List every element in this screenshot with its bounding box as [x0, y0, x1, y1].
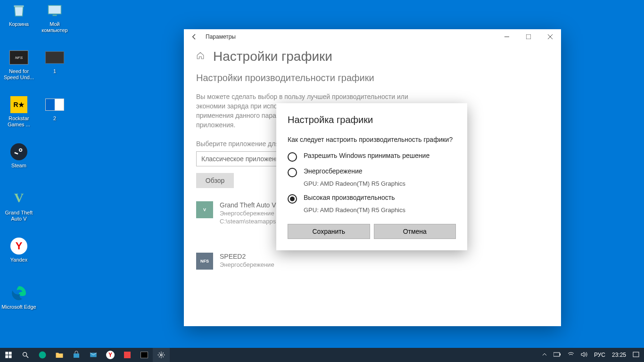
- gtav-app-icon: V: [196, 201, 213, 218]
- taskbar-store[interactable]: [68, 348, 85, 362]
- svg-rect-15: [553, 353, 560, 356]
- folder-icon: [45, 48, 64, 67]
- page-title: Настройки графики: [213, 49, 332, 64]
- svg-rect-1: [53, 15, 57, 16]
- taskbar-cmd[interactable]: [136, 348, 153, 362]
- desktop-icon-rockstar[interactable]: R★ Rockstar Games ...: [1, 95, 37, 128]
- titlebar: Параметры: [184, 29, 561, 44]
- desktop-icon-recycle[interactable]: Корзина: [1, 1, 37, 27]
- desktop-icon-nfs[interactable]: NFS Need for Speed Und...: [1, 48, 37, 81]
- search-button[interactable]: [17, 348, 34, 362]
- home-icon[interactable]: [196, 51, 205, 62]
- dialog-question: Как следует настроить производительность…: [288, 136, 456, 143]
- minimize-button[interactable]: [496, 29, 518, 44]
- svg-rect-7: [9, 352, 12, 354]
- dialog-title: Настройка графики: [288, 115, 456, 125]
- close-button[interactable]: [539, 29, 561, 44]
- desktop-icon-folder2[interactable]: 2: [37, 95, 73, 122]
- section-title: Настройки производительности графики: [196, 73, 549, 83]
- start-button[interactable]: [0, 348, 17, 362]
- taskbar-mail[interactable]: [85, 348, 102, 362]
- save-button[interactable]: Сохранить: [288, 224, 370, 239]
- maximize-button[interactable]: [518, 29, 539, 44]
- radio-option-windows-decide[interactable]: Разрешить Windows принимать решение: [288, 152, 456, 162]
- desktop-icon-steam[interactable]: Steam: [1, 142, 37, 169]
- yandex-icon: Y: [9, 237, 28, 255]
- nfs-icon: NFS: [9, 48, 28, 67]
- nfs-app-icon: NFS: [196, 253, 213, 270]
- svg-rect-0: [49, 6, 61, 14]
- svg-rect-8: [5, 355, 8, 358]
- gtav-icon: V: [9, 189, 28, 208]
- radio-icon: [288, 194, 297, 204]
- computer-icon: [45, 1, 64, 20]
- system-tray: РУС 23:25: [542, 352, 644, 359]
- svg-line-11: [26, 356, 28, 358]
- radio-icon: [288, 168, 297, 177]
- svg-point-3: [20, 149, 22, 151]
- gpu-label: GPU: AMD Radeon(TM) R5 Graphics: [304, 180, 456, 187]
- svg-point-10: [23, 353, 27, 356]
- language-indicator[interactable]: РУС: [594, 352, 605, 358]
- graphics-dialog: Настройка графики Как следует настроить …: [276, 103, 467, 250]
- cancel-button[interactable]: Отмена: [374, 224, 456, 239]
- svg-rect-5: [526, 34, 531, 39]
- recycle-bin-icon: [9, 1, 28, 20]
- taskbar-app1[interactable]: [119, 348, 136, 362]
- svg-rect-6: [5, 352, 8, 354]
- browse-button[interactable]: Обзор: [196, 173, 234, 188]
- back-button[interactable]: [188, 30, 201, 43]
- desktop-icon-folder1[interactable]: 1: [37, 48, 73, 74]
- notifications-icon[interactable]: [633, 352, 639, 359]
- taskbar-yandex[interactable]: Y: [102, 348, 119, 362]
- desktop-icon-yandex[interactable]: Y Yandex: [1, 237, 37, 263]
- steam-icon: [9, 142, 28, 161]
- gpu-label: GPU: AMD Radeon(TM) R5 Graphics: [304, 206, 456, 214]
- rockstar-icon: R★: [9, 95, 28, 114]
- wifi-icon[interactable]: [568, 352, 574, 359]
- svg-rect-16: [560, 354, 561, 355]
- svg-point-14: [160, 354, 162, 356]
- desktop-icon-gtav[interactable]: V Grand Theft Auto V: [1, 189, 37, 222]
- radio-option-power-saving[interactable]: Энергосбережение: [288, 167, 456, 177]
- radio-option-high-performance[interactable]: Высокая производительность: [288, 194, 456, 204]
- taskbar-settings[interactable]: [153, 348, 170, 362]
- volume-icon[interactable]: [581, 352, 587, 359]
- radio-icon: [288, 152, 297, 162]
- image-icon: [45, 95, 64, 114]
- clock[interactable]: 23:25: [612, 352, 626, 358]
- battery-icon[interactable]: [553, 352, 561, 358]
- desktop-icon-my-computer[interactable]: Мой компьютер: [37, 1, 73, 33]
- tray-chevron-up-icon[interactable]: [542, 352, 547, 358]
- svg-rect-17: [633, 352, 639, 357]
- taskbar-explorer[interactable]: [51, 348, 68, 362]
- taskbar-edge[interactable]: [34, 348, 51, 362]
- svg-point-12: [39, 352, 46, 359]
- edge-icon: [9, 284, 28, 303]
- taskbar: Y РУС 23:25: [0, 348, 644, 362]
- window-title: Параметры: [206, 33, 236, 40]
- desktop-icon-edge[interactable]: Microsoft Edge: [1, 284, 37, 310]
- svg-rect-9: [9, 355, 12, 358]
- app-row-speed2[interactable]: NFS SPEED2 Энергосбережение: [196, 253, 549, 270]
